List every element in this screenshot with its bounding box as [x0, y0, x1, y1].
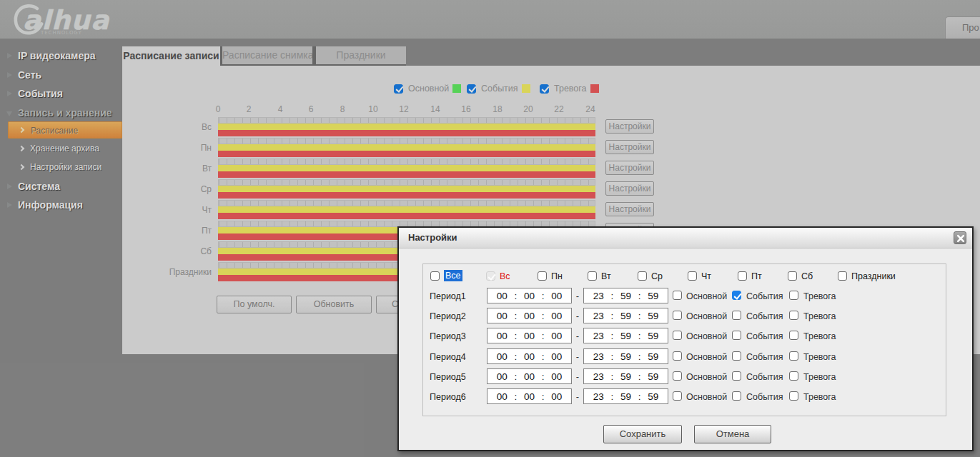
dialog-close-button[interactable]: [954, 231, 966, 244]
period1-events-checkbox[interactable]: [732, 291, 741, 300]
period1-start-input[interactable]: [487, 288, 572, 303]
day-checkbox-thu[interactable]: [688, 271, 697, 281]
period4-alarm-checkbox[interactable]: [789, 351, 798, 361]
period5-alarm-checkbox[interactable]: [789, 371, 798, 381]
period-row-6: Период6 - Основной События Тревога: [399, 388, 972, 406]
period6-start-input[interactable]: [487, 388, 572, 404]
period3-alarm-checkbox[interactable]: [789, 331, 798, 340]
period1-main-checkbox[interactable]: [673, 291, 682, 300]
day-checkbox-wed[interactable]: [638, 271, 647, 281]
period-range-dash: -: [573, 291, 582, 301]
period2-start-input[interactable]: [487, 308, 572, 323]
period3-start-input[interactable]: [487, 328, 572, 343]
day-checkbox-sun[interactable]: [486, 271, 495, 281]
close-x-icon: [956, 234, 965, 243]
period-range-dash: -: [573, 331, 582, 341]
period5-start-input[interactable]: [487, 368, 572, 384]
period-row-2: Период2 - Основной События Тревога: [399, 308, 972, 325]
period4-end-input[interactable]: [583, 348, 668, 364]
period-range-dash: -: [573, 351, 582, 362]
period1-alarm-checkbox[interactable]: [789, 291, 798, 300]
period-range-dash: -: [573, 371, 582, 382]
day-checkbox-mon[interactable]: [538, 271, 547, 281]
period3-events-checkbox[interactable]: [732, 331, 741, 340]
period4-start-input[interactable]: [487, 348, 572, 364]
period3-end-input[interactable]: [583, 328, 668, 343]
period-row-3: Период3 - Основной События Тревога: [399, 328, 972, 345]
cancel-button-dialog[interactable]: Отмена: [694, 425, 771, 443]
period4-events-checkbox[interactable]: [732, 351, 741, 361]
save-button-dialog[interactable]: Сохранить: [603, 425, 682, 443]
period-row-1: Период1 - Основной События Тревога: [399, 288, 972, 305]
day-checkbox-all[interactable]: [430, 271, 440, 281]
period5-end-input[interactable]: [583, 368, 668, 384]
period2-end-input[interactable]: [583, 308, 668, 323]
day-checkbox-sat[interactable]: [788, 271, 797, 281]
period3-main-checkbox[interactable]: [673, 331, 682, 340]
period5-main-checkbox[interactable]: [673, 371, 682, 381]
period6-events-checkbox[interactable]: [732, 391, 741, 401]
period2-main-checkbox[interactable]: [673, 311, 682, 320]
period-row-5: Период5 - Основной События Тревога: [399, 368, 972, 386]
settings-dialog: Настройки Все Вс Пн Вт Ср Чт Пт Сб Празд…: [397, 226, 974, 451]
period1-end-input[interactable]: [583, 288, 668, 303]
period-range-dash: -: [573, 391, 582, 402]
period2-events-checkbox[interactable]: [732, 311, 741, 320]
period2-alarm-checkbox[interactable]: [789, 311, 798, 320]
period-range-dash: -: [573, 311, 582, 321]
period6-end-input[interactable]: [583, 388, 668, 404]
day-checkbox-hol[interactable]: [838, 271, 847, 281]
period6-alarm-checkbox[interactable]: [789, 391, 798, 401]
period4-main-checkbox[interactable]: [673, 351, 682, 361]
period-row-4: Период4 - Основной События Тревога: [399, 348, 972, 366]
period5-events-checkbox[interactable]: [732, 371, 741, 381]
period6-main-checkbox[interactable]: [673, 391, 682, 401]
day-checkbox-tue[interactable]: [588, 271, 597, 281]
day-checkbox-fri[interactable]: [738, 271, 747, 281]
dialog-title: Настройки: [399, 228, 972, 248]
